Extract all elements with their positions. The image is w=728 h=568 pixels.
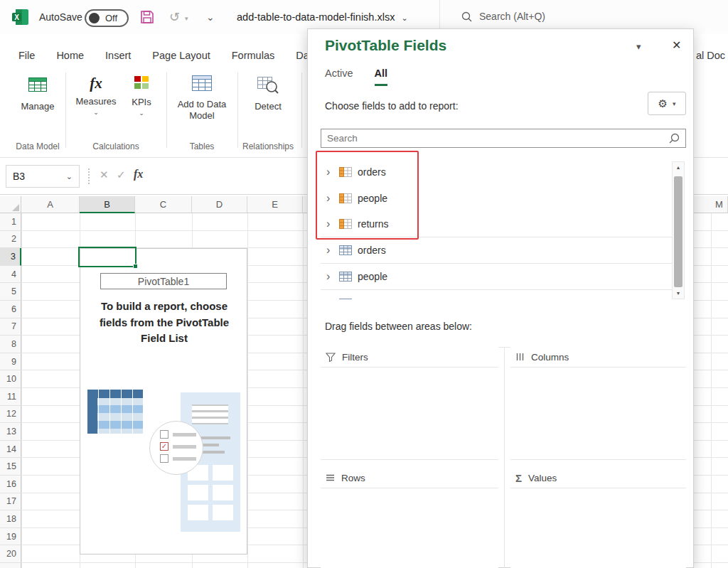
placeholder-instructions: To build a report, choose fields from th… bbox=[87, 299, 242, 347]
group-label-calculations: Calculations bbox=[70, 141, 162, 151]
area-drop-zone[interactable] bbox=[321, 368, 498, 459]
measures-button[interactable]: fx Measures ⌄ bbox=[74, 74, 118, 116]
tools-button[interactable]: ⚙ ▾ bbox=[648, 92, 686, 115]
field-item-partial[interactable]: › bbox=[321, 290, 672, 299]
area-values[interactable]: ΣValues bbox=[510, 468, 686, 568]
column-header-E[interactable]: E bbox=[247, 196, 303, 213]
row-header-16[interactable]: 16 bbox=[0, 476, 21, 493]
column-header-M[interactable]: M bbox=[711, 196, 728, 213]
select-all-corner[interactable] bbox=[0, 196, 21, 213]
ribbon-tab-formulas[interactable]: Formulas bbox=[221, 44, 285, 68]
kpis-button[interactable]: KPIs ⌄ bbox=[125, 74, 158, 117]
enter-icon[interactable]: ✓ bbox=[117, 168, 126, 181]
fields-search-input[interactable] bbox=[327, 133, 668, 144]
row-header-11[interactable]: 11 bbox=[0, 388, 21, 406]
excel-logo-icon[interactable]: X bbox=[11, 8, 30, 29]
kpi-icon bbox=[134, 74, 149, 93]
table-icon bbox=[191, 74, 213, 95]
area-header: ΣValues bbox=[510, 468, 686, 488]
area-filters[interactable]: Filters bbox=[321, 347, 498, 460]
selected-cell-b3[interactable] bbox=[78, 247, 136, 267]
area-header: Filters bbox=[321, 347, 498, 368]
row-header-4[interactable]: 4 bbox=[0, 266, 21, 284]
row-header-20[interactable]: 20 bbox=[0, 545, 21, 563]
formula-bar-handle[interactable] bbox=[88, 168, 90, 184]
table-table-icon bbox=[339, 245, 352, 255]
pivottable-placeholder: PivotTable1 To build a report, choose fi… bbox=[80, 248, 247, 554]
column-header-C[interactable]: C bbox=[135, 196, 192, 213]
excel-window: X AutoSave Off ↺ ▾ ⌄ add-table-to-data-m… bbox=[0, 0, 728, 568]
ribbon-tab-insert[interactable]: Insert bbox=[95, 44, 141, 68]
area-columns[interactable]: Columns bbox=[510, 347, 686, 460]
row-header-19[interactable]: 19 bbox=[0, 528, 21, 546]
row-header-18[interactable]: 18 bbox=[0, 510, 21, 528]
row-header-14[interactable]: 14 bbox=[0, 441, 21, 459]
column-header-B[interactable]: B bbox=[80, 196, 135, 213]
area-label: Rows bbox=[341, 473, 365, 483]
autosave-toggle[interactable]: Off bbox=[85, 9, 129, 27]
row-header-3[interactable]: 3 bbox=[0, 248, 21, 266]
add-to-data-model-button[interactable]: Add to Data Model bbox=[175, 74, 229, 122]
save-icon[interactable] bbox=[139, 9, 155, 28]
ribbon-tab-page-layout[interactable]: Page Layout bbox=[141, 44, 220, 68]
area-rows[interactable]: Rows bbox=[321, 468, 498, 568]
rows-icon bbox=[326, 473, 335, 482]
pane-tab-active[interactable]: Active bbox=[325, 68, 353, 86]
expand-chevron-icon[interactable]: › bbox=[326, 245, 333, 255]
insert-function-icon[interactable]: fx bbox=[134, 168, 143, 181]
detect-button[interactable]: Detect bbox=[246, 74, 290, 112]
scrollbar-thumb[interactable] bbox=[674, 176, 682, 287]
field-label: people bbox=[358, 271, 387, 282]
name-box[interactable]: B3 ⌄ bbox=[6, 165, 80, 188]
row-header-5[interactable]: 5 bbox=[0, 283, 21, 301]
quick-access-chevron-icon[interactable]: ⌄ bbox=[206, 11, 215, 23]
scroll-down-icon[interactable]: ▼ bbox=[673, 288, 684, 299]
area-drop-zone[interactable] bbox=[321, 488, 498, 568]
row-header-15[interactable]: 15 bbox=[0, 458, 21, 476]
row-header-6[interactable]: 6 bbox=[0, 301, 21, 318]
area-drop-zone[interactable] bbox=[510, 368, 686, 459]
filename-chevron-icon: ⌄ bbox=[401, 14, 407, 23]
area-drop-zone[interactable] bbox=[510, 488, 686, 568]
name-box-chevron-icon: ⌄ bbox=[66, 172, 73, 181]
ribbon-tab-home[interactable]: Home bbox=[46, 44, 95, 68]
fields-search-box[interactable] bbox=[321, 129, 686, 148]
manage-button[interactable]: Manage bbox=[17, 74, 58, 112]
close-icon[interactable]: ✕ bbox=[672, 38, 681, 52]
row-header-13[interactable]: 13 bbox=[0, 423, 21, 441]
pane-tab-all[interactable]: All bbox=[375, 68, 388, 86]
row-header-10[interactable]: 10 bbox=[0, 370, 21, 388]
field-list-scrollbar[interactable]: ▲ ▼ bbox=[672, 161, 685, 299]
undo-dropdown-icon[interactable]: ▾ bbox=[185, 15, 188, 22]
sigma-icon: Σ bbox=[515, 472, 522, 484]
field-label: orders bbox=[358, 245, 386, 256]
pane-tabs: ActiveAll bbox=[325, 68, 387, 86]
field-item-people[interactable]: ›people bbox=[321, 264, 672, 290]
document-title[interactable]: add-table-to-data-model-finish.xlsx ⌄ bbox=[237, 11, 408, 23]
column-header-D[interactable]: D bbox=[192, 196, 247, 213]
fill-handle[interactable] bbox=[133, 264, 138, 269]
row-header-7[interactable]: 7 bbox=[0, 318, 21, 336]
cancel-icon[interactable]: ✕ bbox=[100, 168, 109, 181]
scroll-up-icon[interactable]: ▲ bbox=[673, 162, 684, 173]
group-separator bbox=[237, 73, 238, 148]
undo-icon[interactable]: ↺ bbox=[169, 9, 180, 25]
row-header-8[interactable]: 8 bbox=[0, 336, 21, 353]
pivottable-fields-pane: PivotTable Fields ▾ ✕ ActiveAll Choose f… bbox=[307, 28, 694, 568]
pane-options-chevron-icon[interactable]: ▾ bbox=[636, 41, 641, 52]
expand-chevron-icon[interactable]: › bbox=[326, 299, 333, 300]
detect-relationships-icon bbox=[257, 74, 279, 97]
expand-chevron-icon[interactable]: › bbox=[326, 272, 333, 282]
column-header-A[interactable]: A bbox=[21, 196, 80, 213]
field-item-orders[interactable]: ›orders bbox=[321, 237, 672, 264]
row-header-17[interactable]: 17 bbox=[0, 493, 21, 511]
row-header-1[interactable]: 1 bbox=[0, 213, 21, 231]
row-header-2[interactable]: 2 bbox=[0, 231, 21, 249]
pivottable-name: PivotTable1 bbox=[100, 273, 227, 289]
search-icon bbox=[668, 133, 680, 144]
row-header-12[interactable]: 12 bbox=[0, 406, 21, 424]
table-table-icon bbox=[339, 299, 352, 300]
ribbon-tab-file[interactable]: File bbox=[8, 44, 46, 68]
row-header-9[interactable]: 9 bbox=[0, 353, 21, 371]
group-separator bbox=[166, 73, 167, 148]
